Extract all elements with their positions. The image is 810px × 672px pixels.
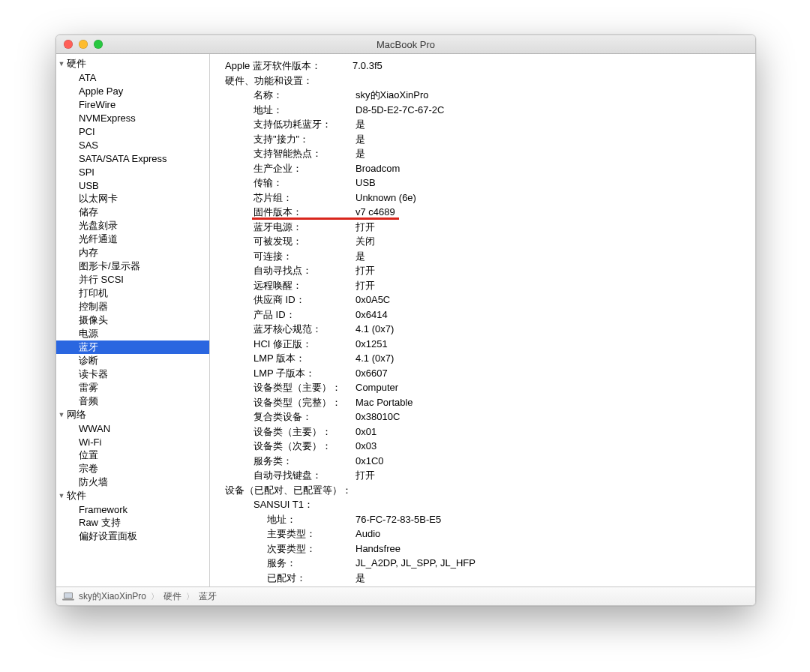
label: 远程唤醒： — [254, 278, 356, 293]
sidebar-item-label: Framework — [79, 504, 128, 515]
zoom-icon[interactable] — [94, 40, 103, 49]
sidebar-item-diagnostics[interactable]: 诊断 — [56, 354, 209, 368]
chevron-down-icon: ▼ — [56, 60, 67, 68]
label: 设备类型（主要）： — [254, 380, 356, 395]
sidebar-item-prefpanes[interactable]: 偏好设置面板 — [56, 530, 209, 543]
sidebar-group-software[interactable]: ▼ 软件 — [56, 489, 209, 502]
sidebar-item-memory[interactable]: 内存 — [56, 246, 209, 260]
path-segment-root[interactable]: sky的XiaoXinPro — [79, 590, 146, 603]
sidebar-item-storage[interactable]: 储存 — [56, 206, 209, 219]
row-composite: 复合类设备：0x38010C — [225, 410, 752, 424]
sidebar-item-applepay[interactable]: Apple Pay — [56, 84, 209, 98]
sidebar-item-audio[interactable]: 音频 — [56, 394, 209, 408]
label: 支持低功耗蓝牙： — [254, 117, 356, 132]
sidebar-item-label: 光盘刻录 — [79, 219, 118, 232]
sidebar-item-raw[interactable]: Raw 支持 — [56, 516, 209, 530]
row-hci: HCI 修正版：0x1251 — [225, 337, 752, 352]
sidebar-item-firewire[interactable]: FireWire — [56, 98, 209, 111]
value: 0x0A5C — [356, 292, 390, 308]
value: Handsfree — [356, 542, 400, 556]
sidebar-group-label: 硬件 — [67, 57, 86, 70]
row-hotspot: 支持智能热点：是 — [225, 146, 752, 161]
sidebar-item-label: 并行 SCSI — [79, 273, 124, 286]
value: 是 — [356, 117, 365, 132]
chevron-right-icon: 〉 — [186, 591, 194, 602]
value: 0x38010C — [356, 410, 400, 424]
value: D8-5D-E2-7C-67-2C — [356, 103, 444, 118]
sidebar-item-bluetooth[interactable]: 蓝牙 — [56, 340, 209, 354]
sidebar-item-label: 储存 — [79, 206, 98, 219]
path-segment-hardware[interactable]: 硬件 — [164, 590, 182, 603]
sidebar-item-controller[interactable]: 控制器 — [56, 300, 209, 314]
label: LMP 子版本： — [254, 366, 356, 381]
label: 供应商 ID： — [254, 292, 356, 308]
sidebar-item-label: 内存 — [79, 246, 98, 260]
value: v7 c4689 — [356, 205, 395, 220]
sidebar-item-parallelscsi[interactable]: 并行 SCSI — [56, 273, 209, 286]
label: 蓝牙电源： — [254, 220, 356, 235]
label: 产品 ID： — [254, 308, 356, 322]
value: Broadcom — [356, 161, 400, 176]
value: 关闭 — [356, 234, 375, 249]
path-bar[interactable]: sky的XiaoXinPro 〉 硬件 〉 蓝牙 — [56, 586, 755, 605]
sidebar-item-volumes[interactable]: 宗卷 — [56, 462, 209, 476]
row-chipset: 芯片组：Unknown (6e) — [225, 190, 752, 206]
label: 可被发现： — [254, 234, 356, 249]
sidebar-item-wwan[interactable]: WWAN — [56, 422, 209, 435]
label: 芯片组： — [254, 190, 356, 206]
sidebar-item-label: 摄像头 — [79, 314, 108, 327]
sidebar-item-label: 打印机 — [79, 286, 108, 300]
label: 设备类型（完整）： — [254, 395, 356, 410]
row-name: 名称：sky的XiaoXinPro — [225, 88, 752, 103]
label: 设备类（主要）： — [254, 424, 356, 440]
sidebar-item-camera[interactable]: 摄像头 — [56, 314, 209, 327]
value: 是 — [356, 132, 365, 147]
sidebar[interactable]: ▼ 硬件 ATA Apple Pay FireWire NVMExpress P… — [56, 54, 210, 586]
sidebar-item-firewall[interactable]: 防火墙 — [56, 476, 209, 489]
sidebar-item-usb[interactable]: USB — [56, 178, 209, 192]
sidebar-item-label: Wi-Fi — [79, 436, 101, 448]
minimize-icon[interactable] — [79, 40, 88, 49]
sidebar-item-label: 以太网卡 — [79, 192, 118, 206]
row-svcclass: 服务类：0x1C0 — [225, 454, 752, 469]
label: 名称： — [254, 88, 356, 103]
sidebar-item-locations[interactable]: 位置 — [56, 448, 209, 462]
chevron-down-icon: ▼ — [56, 411, 67, 418]
sidebar-item-sata[interactable]: SATA/SATA Express — [56, 152, 209, 165]
sidebar-item-label: USB — [79, 180, 99, 191]
path-segment-bluetooth[interactable]: 蓝牙 — [199, 590, 217, 603]
sidebar-item-thunderbolt[interactable]: 雷雾 — [56, 381, 209, 394]
sidebar-item-ethernet[interactable]: 以太网卡 — [56, 192, 209, 206]
label: 蓝牙核心规范： — [254, 322, 356, 337]
sidebar-item-sas[interactable]: SAS — [56, 138, 209, 152]
row-ble: 支持低功耗蓝牙：是 — [225, 117, 752, 132]
sidebar-item-label: FireWire — [79, 99, 116, 110]
value: JL_A2DP, JL_SPP, JL_HFP — [356, 556, 476, 571]
sidebar-item-label: SPI — [79, 166, 94, 178]
content-pane[interactable]: Apple 蓝牙软件版本： 7.0.3f5 硬件、功能和设置： 名称：sky的X… — [210, 54, 755, 586]
sidebar-item-framework[interactable]: Framework — [56, 502, 209, 516]
label: 已配对： — [267, 571, 356, 586]
window-title: MacBook Pro — [56, 39, 755, 50]
value: 0x03 — [356, 439, 376, 454]
sidebar-item-nvmexpress[interactable]: NVMExpress — [56, 111, 209, 124]
sidebar-item-label: 读卡器 — [79, 368, 108, 381]
value: 0x01 — [356, 424, 376, 440]
sidebar-item-pci[interactable]: PCI — [56, 124, 209, 138]
sidebar-item-wifi[interactable]: Wi-Fi — [56, 435, 209, 448]
sidebar-group-hardware[interactable]: ▼ 硬件 — [56, 57, 209, 70]
sidebar-item-ata[interactable]: ATA — [56, 70, 209, 84]
row-dev-major: 主要类型：Audio — [225, 526, 752, 542]
sidebar-item-discburning[interactable]: 光盘刻录 — [56, 219, 209, 232]
sidebar-item-graphics[interactable]: 图形卡/显示器 — [56, 260, 209, 273]
window-titlebar[interactable]: MacBook Pro — [56, 35, 755, 54]
sidebar-item-cardreader[interactable]: 读卡器 — [56, 368, 209, 381]
sidebar-group-network[interactable]: ▼ 网络 — [56, 408, 209, 422]
sidebar-item-power[interactable]: 电源 — [56, 327, 209, 340]
value: 是 — [356, 249, 365, 264]
value: Unknown (6e) — [356, 190, 416, 206]
sidebar-item-spi[interactable]: SPI — [56, 165, 209, 178]
sidebar-item-printers[interactable]: 打印机 — [56, 286, 209, 300]
close-icon[interactable] — [64, 40, 73, 49]
sidebar-item-fibrechannel[interactable]: 光纤通道 — [56, 232, 209, 246]
